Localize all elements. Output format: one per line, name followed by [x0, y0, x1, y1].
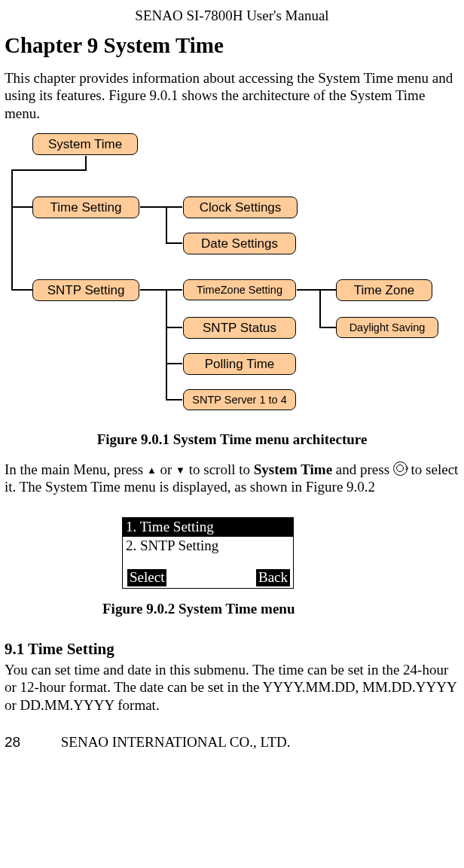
instr-text-1: In the main Menu, press: [5, 461, 147, 477]
instr-text-3: and press: [332, 461, 393, 477]
footer-company: SENAO INTERNATIONAL CO., LTD.: [61, 734, 291, 750]
up-arrow-icon: ▲: [147, 464, 157, 476]
page-footer: 28 SENAO INTERNATIONAL CO., LTD.: [5, 734, 459, 751]
softkey-select: Select: [127, 569, 166, 586]
section-title: 9.1 Time Setting: [5, 640, 459, 659]
chapter-intro: This chapter provides information about …: [5, 69, 459, 123]
menu-item: 2. SNTP Setting: [123, 537, 293, 556]
instr-or: or: [157, 461, 176, 477]
chapter-title: Chapter 9 System Time: [5, 32, 459, 59]
node-sntp-status: SNTP Status: [183, 317, 296, 339]
node-daylight-saving: Daylight Saving: [336, 317, 438, 339]
manual-header: SENAO SI-7800H User's Manual: [5, 8, 459, 25]
node-sntp-setting: SNTP Setting: [32, 279, 139, 301]
menu-item-selected: 1. Time Setting: [123, 518, 293, 537]
figure-1-caption: Figure 9.0.1 System Time menu architectu…: [5, 431, 459, 449]
navigation-instruction: In the main Menu, press ▲ or ▼ to scroll…: [5, 461, 459, 497]
softkey-back: Back: [256, 569, 290, 586]
roller-icon: [393, 461, 408, 476]
instr-target: System Time: [254, 461, 332, 477]
node-date-settings: Date Settings: [183, 233, 296, 254]
figure-2-caption: Figure 9.0.2 System Time menu: [102, 601, 459, 618]
node-sntp-server: SNTP Server 1 to 4: [183, 389, 296, 411]
node-time-zone: Time Zone: [336, 279, 432, 301]
page-number: 28: [5, 734, 57, 751]
node-clock-settings: Clock Settings: [183, 196, 298, 218]
node-timezone-setting: TimeZone Setting: [183, 279, 296, 301]
menu-architecture-diagram: System Time Time Setting Clock Settings …: [5, 133, 456, 412]
node-time-setting: Time Setting: [32, 196, 139, 218]
phone-menu-screenshot: 1. Time Setting 2. SNTP Setting Select B…: [122, 517, 294, 588]
down-arrow-icon: ▼: [176, 464, 185, 476]
node-system-time: System Time: [32, 133, 138, 155]
instr-text-2: to scroll to: [185, 461, 254, 477]
section-body: You can set time and date in this submen…: [5, 661, 459, 714]
node-polling-time: Polling Time: [183, 353, 296, 375]
